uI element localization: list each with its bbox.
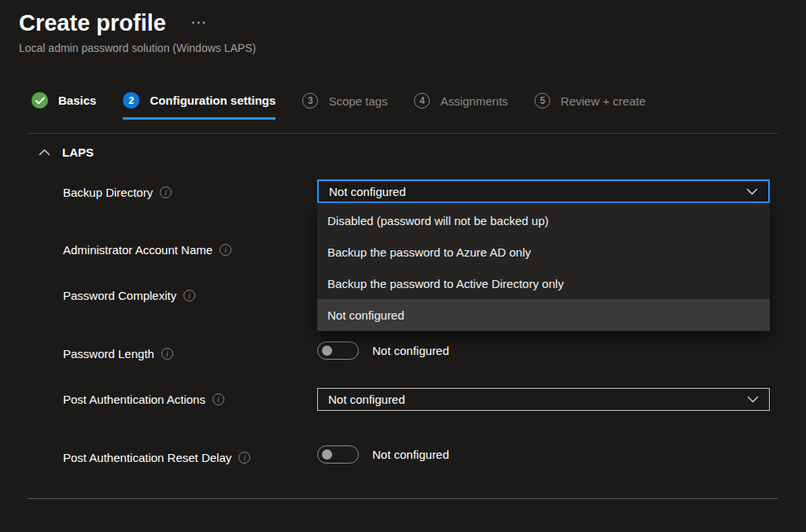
- toggle-knob: [322, 345, 332, 356]
- administrator-account-name-label-text: Administrator Account Name: [63, 243, 213, 257]
- post-authentication-reset-delay-label-text: Post Authentication Reset Delay: [63, 451, 231, 464]
- dropdown-option-active-directory-only[interactable]: Backup the password to Active Directory …: [317, 268, 770, 299]
- password-length-row: Not configured: [317, 342, 449, 360]
- post-authentication-reset-delay-value: Not configured: [372, 448, 449, 461]
- tab-assignments-label: Assignments: [440, 94, 508, 108]
- check-icon: [31, 92, 48, 109]
- info-icon[interactable]: i: [238, 452, 250, 464]
- page-header: Create profile ... Local admin password …: [19, 9, 256, 54]
- backup-directory-label-text: Backup Directory: [63, 186, 153, 199]
- dropdown-option-not-configured[interactable]: Not configured: [317, 299, 770, 331]
- backup-directory-label: Backup Directory i: [63, 184, 172, 200]
- backup-directory-select[interactable]: Not configured: [317, 179, 770, 203]
- more-menu-button[interactable]: ...: [191, 14, 207, 25]
- chevron-up-icon: [39, 149, 50, 156]
- tabs-divider: [28, 133, 778, 134]
- backup-directory-dropdown-list: Disabled (password will not be backed up…: [317, 204, 770, 331]
- backup-directory-select-value: Not configured: [329, 185, 406, 198]
- password-length-value: Not configured: [372, 344, 449, 357]
- post-authentication-actions-select[interactable]: Not configured: [317, 388, 770, 411]
- post-authentication-actions-select-value: Not configured: [328, 393, 405, 406]
- step-3-badge: 3: [302, 93, 318, 109]
- step-2-badge: 2: [123, 92, 139, 109]
- bottom-divider: [28, 498, 778, 499]
- tab-basics[interactable]: Basics: [31, 92, 96, 120]
- chevron-down-icon: [747, 396, 759, 403]
- password-complexity-label: Password Complexity i: [63, 287, 195, 303]
- password-length-toggle[interactable]: [317, 342, 359, 360]
- page-subtitle: Local admin password solution (Windows L…: [19, 42, 256, 54]
- tab-basics-label: Basics: [58, 94, 96, 107]
- dropdown-option-azure-ad-only[interactable]: Backup the password to Azure AD only: [317, 236, 770, 268]
- tab-review-create[interactable]: 5 Review + create: [534, 93, 645, 120]
- post-authentication-reset-delay-row: Not configured: [317, 445, 449, 464]
- post-authentication-reset-delay-toggle[interactable]: [317, 445, 359, 464]
- password-complexity-label-text: Password Complexity: [63, 289, 176, 302]
- wizard-steps: Basics 2 Configuration settings 3 Scope …: [31, 92, 672, 120]
- page-title: Create profile: [19, 9, 166, 36]
- tab-scope-tags[interactable]: 3 Scope tags: [302, 93, 387, 120]
- info-icon[interactable]: i: [161, 348, 173, 360]
- tab-review-create-label: Review + create: [560, 94, 645, 108]
- info-icon[interactable]: i: [220, 244, 231, 256]
- post-authentication-actions-label: Post Authentication Actions i: [63, 391, 224, 407]
- step-5-badge: 5: [534, 93, 550, 109]
- tab-configuration-settings-label: Configuration settings: [150, 94, 275, 107]
- toggle-knob: [322, 449, 332, 460]
- info-icon[interactable]: i: [213, 393, 224, 405]
- dropdown-option-disabled[interactable]: Disabled (password will not be backed up…: [317, 205, 770, 236]
- password-length-label-text: Password Length: [63, 347, 154, 360]
- tab-scope-tags-label: Scope tags: [328, 94, 387, 108]
- info-icon[interactable]: i: [183, 290, 195, 301]
- tab-assignments[interactable]: 4 Assignments: [414, 93, 508, 120]
- chevron-down-icon: [746, 188, 758, 195]
- post-authentication-reset-delay-label: Post Authentication Reset Delay i: [63, 449, 250, 465]
- administrator-account-name-label: Administrator Account Name i: [63, 242, 231, 257]
- info-icon[interactable]: i: [160, 187, 172, 198]
- step-4-badge: 4: [414, 93, 430, 109]
- password-length-label: Password Length i: [63, 345, 173, 361]
- tab-configuration-settings[interactable]: 2 Configuration settings: [123, 92, 275, 120]
- post-authentication-actions-label-text: Post Authentication Actions: [63, 393, 205, 406]
- section-laps-title: LAPS: [62, 146, 94, 159]
- section-laps-header[interactable]: LAPS: [39, 146, 94, 159]
